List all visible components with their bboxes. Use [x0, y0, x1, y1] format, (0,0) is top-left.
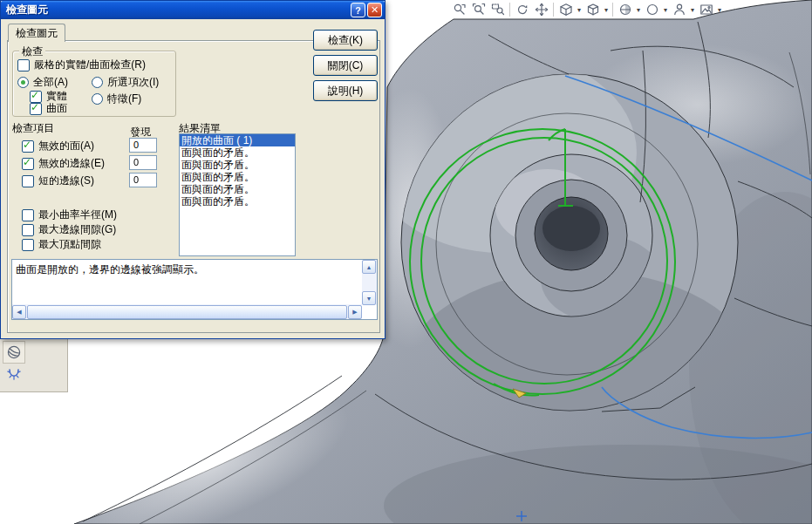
scroll-up-icon[interactable]: ▲	[362, 260, 376, 274]
vertical-scrollbar[interactable]: ▲ ▼	[362, 260, 377, 305]
dropdown-arrow-icon[interactable]: ▾	[635, 6, 642, 14]
tab-label: 檢查圖元	[16, 26, 58, 41]
list-item[interactable]: 面與面的矛盾。	[180, 195, 295, 208]
max-edge-gap-checkbox[interactable]	[22, 224, 34, 236]
scroll-right-icon[interactable]: ▶	[348, 305, 362, 319]
max-vertex-gap-checkbox[interactable]	[22, 239, 34, 251]
all-label: 全部(A)	[33, 75, 68, 90]
view-toolbar: ▾ ▾ ▾ ▾ ▾ ▾	[450, 0, 723, 19]
surfaces-checkbox[interactable]	[30, 103, 42, 115]
short-edges-label: 短的邊線(S)	[38, 174, 94, 188]
features-label: 特徵(F)	[107, 92, 141, 106]
view-settings-icon[interactable]	[697, 1, 715, 18]
close-icon[interactable]: ✕	[367, 3, 382, 17]
scrollbar-thumb[interactable]	[27, 305, 347, 319]
min-radius-checkbox[interactable]	[22, 209, 34, 221]
short-edges-count: 0	[129, 173, 157, 187]
min-radius-label: 最小曲率半徑(M)	[38, 208, 117, 222]
invalid-edges-checkbox[interactable]	[22, 158, 34, 170]
selected-items-radio[interactable]	[92, 77, 103, 88]
check-items-title: 檢查項目	[12, 121, 54, 136]
zebra-stripes-icon[interactable]	[3, 341, 25, 364]
appearance-icon[interactable]	[643, 1, 661, 18]
invalid-edges-label: 無效的邊線(E)	[38, 156, 105, 171]
all-radio[interactable]	[17, 77, 29, 88]
list-item-selected[interactable]: 開放的曲面 ( 1)	[180, 134, 295, 146]
list-item[interactable]: 面與面的矛盾。	[180, 159, 295, 171]
dialog-title: 檢查圖元	[6, 3, 48, 17]
tools-panel	[0, 338, 68, 392]
zoom-area-icon[interactable]	[488, 1, 507, 18]
features-radio[interactable]	[92, 93, 103, 105]
invalid-faces-count: 0	[129, 138, 157, 153]
selected-items-label: 所選項次(I)	[107, 75, 159, 90]
strict-check-label: 嚴格的實體/曲面檢查(R)	[34, 58, 146, 72]
dropdown-arrow-icon[interactable]: ▾	[662, 6, 669, 14]
scroll-left-icon[interactable]: ◀	[12, 305, 26, 319]
section-view-icon[interactable]	[616, 1, 634, 18]
display-style-icon[interactable]	[556, 1, 575, 18]
list-item[interactable]: 面與面的矛盾。	[180, 183, 295, 195]
max-edge-gap-label: 最大邊線間隙(G)	[38, 222, 116, 237]
strict-check-checkbox[interactable]	[17, 59, 30, 71]
rotate-view-icon[interactable]	[513, 1, 531, 18]
zoom-previous-icon[interactable]	[450, 1, 468, 18]
result-listbox[interactable]: 開放的曲面 ( 1) 面與面的矛盾。 面與面的矛盾。 面與面的矛盾。 面與面的矛…	[179, 133, 296, 256]
scroll-down-icon[interactable]: ▼	[362, 291, 376, 305]
close-button[interactable]: 關閉(C)	[313, 55, 378, 76]
short-edges-checkbox[interactable]	[22, 175, 34, 187]
dropdown-arrow-icon[interactable]: ▾	[603, 6, 610, 14]
apply-scene-icon[interactable]	[670, 1, 688, 18]
max-vertex-gap-label: 最大頂點間隙	[38, 237, 101, 252]
check-button[interactable]: 檢查(K)	[313, 30, 378, 51]
help-icon[interactable]: ?	[351, 3, 365, 17]
list-item[interactable]: 面與面的矛盾。	[180, 146, 295, 159]
invalid-faces-checkbox[interactable]	[22, 140, 34, 153]
check-entity-dialog: 檢查圖元 ? ✕ 檢查圖元 檢查 嚴格的實體/曲面檢查(R) 全部(A) 所選項…	[0, 0, 386, 339]
dialog-titlebar[interactable]: 檢查圖元 ? ✕	[1, 1, 385, 19]
help-button[interactable]: 說明(H)	[313, 80, 378, 101]
horizontal-scrollbar[interactable]: ◀ ▶	[12, 304, 362, 319]
dropdown-arrow-icon[interactable]: ▾	[576, 6, 583, 14]
curvature-icon[interactable]	[3, 364, 25, 386]
zoom-fit-icon[interactable]	[469, 1, 488, 18]
dropdown-arrow-icon[interactable]: ▾	[689, 6, 696, 14]
message-box: 曲面是開放的，邊界的邊線被強調顯示。 ▲ ▼ ◀ ▶	[11, 259, 378, 320]
pan-view-icon[interactable]	[532, 1, 550, 18]
tab-check-entity[interactable]: 檢查圖元	[8, 24, 65, 42]
scroll-track[interactable]	[362, 274, 377, 291]
list-item[interactable]: 面與面的矛盾。	[180, 171, 295, 183]
invalid-edges-count: 0	[129, 155, 157, 170]
dropdown-arrow-icon[interactable]: ▾	[716, 6, 723, 14]
surfaces-label: 曲面	[46, 101, 67, 116]
invalid-faces-label: 無效的面(A)	[38, 139, 94, 153]
message-text: 曲面是開放的，邊界的邊線被強調顯示。	[16, 262, 204, 277]
view-orientation-icon[interactable]	[583, 1, 602, 18]
